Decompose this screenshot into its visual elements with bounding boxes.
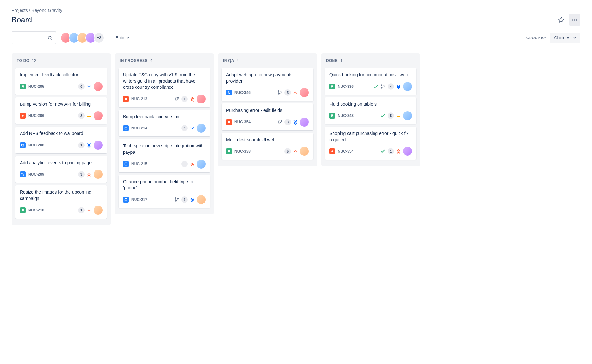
card-title: Adapt web app no new payments provider (226, 72, 309, 84)
story-points-badge: 3 (284, 119, 291, 125)
priority-medium-icon (396, 113, 401, 118)
card-key: NUC-343 (338, 113, 354, 118)
svg-line-5 (51, 39, 52, 40)
story-points-badge: 5 (284, 89, 291, 96)
card[interactable]: Change phone number field type to 'phone… (119, 175, 210, 208)
card[interactable]: Tech spike on new stripe integration wit… (119, 139, 210, 172)
svg-point-31 (381, 84, 382, 85)
story-points-badge: 1 (388, 148, 394, 154)
groupby-dropdown[interactable]: Choices (550, 33, 580, 43)
card-key: NUC-336 (338, 84, 354, 89)
card[interactable]: Implement feedback collector NUC-205 9 (15, 68, 107, 95)
search-input-wrapper[interactable] (12, 31, 56, 44)
svg-rect-16 (125, 127, 127, 129)
card-key: NUC-346 (234, 90, 251, 95)
svg-rect-11 (23, 175, 24, 176)
assignee-avatar[interactable] (197, 95, 206, 103)
card[interactable]: Quick booking for accomodations - web NU… (325, 68, 416, 95)
card[interactable]: Bump feedback icon version NUC-214 3 (119, 110, 210, 137)
assignee-avatar[interactable] (403, 82, 412, 91)
priority-highest-icon (396, 149, 401, 154)
column-title: IN PROGRESS (120, 58, 148, 63)
branch-icon (174, 197, 179, 202)
svg-rect-22 (228, 91, 229, 92)
svg-rect-9 (22, 144, 24, 146)
card[interactable]: Adapt web app no new payments provider N… (222, 68, 313, 101)
column-done: DONE 4 Quick booking for accomodations -… (321, 53, 420, 166)
svg-point-33 (384, 85, 385, 86)
card-key: NUC-206 (28, 113, 44, 118)
done-check-icon (380, 148, 386, 154)
story-points-badge: 3 (181, 161, 188, 167)
task-type-icon (123, 125, 129, 131)
assignee-avatar[interactable] (197, 160, 206, 169)
card[interactable]: Resize the images for the upcoming campa… (15, 185, 107, 218)
card[interactable]: Multi-dest search UI web NUC-338 5 (222, 133, 313, 160)
assignee-avatar[interactable] (300, 88, 309, 97)
priority-low-icon (86, 84, 92, 89)
breadcrumb-projects[interactable]: Projects (12, 8, 28, 13)
card[interactable]: Fluid booking on tablets NUC-343 5 (325, 97, 416, 124)
search-input[interactable] (15, 35, 47, 40)
assignee-avatar[interactable] (197, 124, 206, 133)
card-title: Tech spike on new stripe integration wit… (123, 143, 206, 155)
kanban-board: TO DO 12 Implement feedback collector NU… (12, 53, 580, 225)
svg-point-27 (228, 121, 230, 123)
member-avatars: +3 (60, 32, 104, 43)
column-header: IN QA 4 (222, 57, 313, 64)
card[interactable]: Shoping cart purchasing error - quick fi… (325, 127, 416, 160)
groupby-label: GROUP BY (526, 36, 546, 40)
column-count: 4 (150, 58, 152, 63)
svg-point-26 (281, 91, 282, 92)
chevron-down-icon (126, 36, 130, 40)
chevron-down-icon (573, 36, 577, 40)
breadcrumb-project-name[interactable]: Beyond Gravity (31, 8, 62, 13)
column-in-qa: IN QA 4 Adapt web app no new payments pr… (218, 53, 317, 166)
assignee-avatar[interactable] (403, 147, 412, 156)
svg-point-1 (572, 19, 573, 20)
card[interactable]: Add analytics events to pricing page NUC… (15, 156, 107, 183)
card[interactable]: Purchasing error - edit fields NUC-354 3 (222, 103, 313, 130)
card-title: Add NPS feedback to wallboard (20, 130, 103, 137)
svg-point-13 (175, 97, 176, 98)
svg-marker-0 (559, 17, 564, 22)
priority-low-icon (190, 126, 195, 131)
story-type-icon (226, 148, 232, 154)
assignee-avatar[interactable] (94, 82, 103, 91)
assignee-avatar[interactable] (403, 111, 412, 120)
story-points-badge: 1 (181, 96, 188, 102)
assignee-avatar[interactable] (300, 118, 309, 127)
assignee-avatar[interactable] (94, 170, 103, 179)
priority-high-single-icon (293, 149, 298, 154)
story-type-icon (20, 207, 26, 213)
priority-high-icon (86, 172, 92, 177)
assignee-avatar[interactable] (94, 206, 103, 215)
svg-point-3 (576, 19, 577, 20)
card[interactable]: Add NPS feedback to wallboard NUC-208 1 (15, 127, 107, 153)
story-points-badge: 3 (78, 171, 85, 178)
assignee-avatar[interactable] (197, 195, 206, 204)
more-button[interactable] (569, 14, 580, 26)
priority-lowest-icon (396, 84, 401, 89)
svg-point-25 (278, 94, 279, 95)
card[interactable]: Bump version for new API for billing NUC… (15, 97, 107, 124)
story-type-icon (329, 113, 335, 119)
star-button[interactable] (555, 14, 567, 26)
svg-point-14 (175, 100, 176, 101)
avatar-more[interactable]: +3 (94, 32, 104, 43)
epic-dropdown[interactable]: Epic (112, 33, 133, 43)
card-key: NUC-338 (234, 149, 251, 153)
priority-high-icon (190, 161, 195, 167)
card-title: Shoping cart purchasing error - quick fi… (329, 130, 412, 143)
story-type-icon (20, 84, 26, 89)
card[interactable]: Update T&C copy with v1.9 from the write… (119, 68, 210, 107)
story-points-badge: 5 (284, 148, 291, 154)
priority-high-single-icon (293, 90, 298, 95)
task-type-icon (20, 142, 26, 148)
svg-point-28 (278, 120, 279, 121)
assignee-avatar[interactable] (300, 147, 309, 156)
bug-type-icon (226, 119, 232, 125)
priority-highest-icon (190, 96, 195, 102)
assignee-avatar[interactable] (94, 111, 103, 120)
assignee-avatar[interactable] (94, 141, 103, 150)
